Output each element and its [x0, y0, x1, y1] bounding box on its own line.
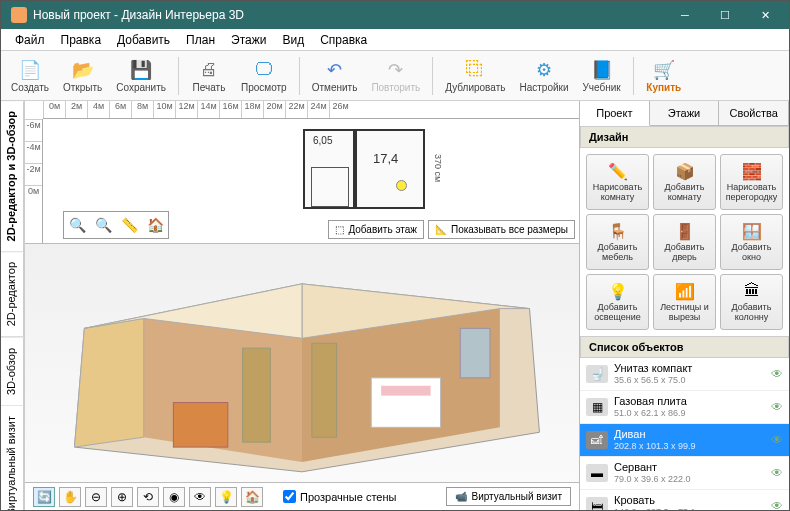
- ruler-tick: 24м: [307, 101, 329, 118]
- menu-plan[interactable]: План: [178, 31, 223, 49]
- look-around-button[interactable]: 👁: [189, 487, 211, 507]
- ruler-tick: 4м: [87, 101, 109, 118]
- tab-floors[interactable]: Этажи: [650, 101, 720, 125]
- preview-button[interactable]: 🖵Просмотр: [235, 57, 293, 95]
- buy-button[interactable]: 🛒Купить: [640, 57, 688, 95]
- redo-button[interactable]: ↷Повторить: [365, 57, 426, 95]
- tutorial-button[interactable]: 📘Учебник: [577, 57, 627, 95]
- view-3d[interactable]: [25, 244, 579, 482]
- open-button[interactable]: 📂Открыть: [57, 57, 108, 95]
- reset-view-button[interactable]: ⟲: [137, 487, 159, 507]
- add-furniture-button[interactable]: 🪑Добавить мебель: [586, 214, 649, 270]
- settings-button[interactable]: ⚙Настройки: [513, 57, 574, 95]
- room-1[interactable]: 6,05: [303, 129, 355, 209]
- ruler-tick: 26м: [329, 101, 351, 118]
- home-view-3d[interactable]: 🏠: [241, 487, 263, 507]
- visibility-toggle-icon[interactable]: 👁: [771, 433, 783, 447]
- measure-tool[interactable]: 📏: [118, 214, 140, 236]
- draw-wall-button[interactable]: 🧱Нарисовать перегородку: [720, 154, 783, 210]
- object-list-item[interactable]: ▬ Сервант79.0 x 39.6 x 222.0 👁: [580, 457, 789, 490]
- door-icon: 🚪: [675, 221, 695, 241]
- virtual-visit-button[interactable]: 📹Виртуальный визит: [446, 487, 571, 506]
- minimize-button[interactable]: ─: [665, 1, 705, 29]
- toolbar-3d: 🔄 ✋ ⊖ ⊕ ⟲ ◉ 👁 💡 🏠 Прозрачные стены 📹Вирт…: [25, 482, 579, 510]
- menu-file[interactable]: Файл: [7, 31, 53, 49]
- visibility-toggle-icon[interactable]: 👁: [771, 499, 783, 510]
- rotate-360-button[interactable]: 🔄: [33, 487, 55, 507]
- tab-virtual-visit[interactable]: Виртуальный визит: [1, 406, 24, 511]
- add-column-button[interactable]: 🏛Добавить колонну: [720, 274, 783, 330]
- pan-button[interactable]: ✋: [59, 487, 81, 507]
- tab-2d-3d-combo[interactable]: 2D-редактор и 3D-обзор: [1, 101, 24, 252]
- tab-properties[interactable]: Свойства: [719, 101, 789, 125]
- ruler-horizontal: 0м2м4м6м8м10м12м14м16м18м20м22м24м26м: [43, 101, 579, 119]
- menu-add[interactable]: Добавить: [109, 31, 178, 49]
- menu-floors[interactable]: Этажи: [223, 31, 274, 49]
- add-floor-button[interactable]: ⬚Добавить этаж: [328, 220, 424, 239]
- draw-room-button[interactable]: ✏️Нарисовать комнату: [586, 154, 649, 210]
- transparent-walls-checkbox[interactable]: Прозрачные стены: [283, 490, 396, 503]
- undo-icon: ↶: [324, 59, 346, 81]
- room-2[interactable]: 17,4: [355, 129, 425, 209]
- add-lighting-button[interactable]: 💡Добавить освещение: [586, 274, 649, 330]
- object-list-item[interactable]: ▦ Газовая плита51.0 x 62.1 x 86.9 👁: [580, 391, 789, 424]
- save-button[interactable]: 💾Сохранить: [110, 57, 172, 95]
- add-room-button[interactable]: 📦Добавить комнату: [653, 154, 716, 210]
- lighting-button[interactable]: 💡: [215, 487, 237, 507]
- object-name: Кровать: [614, 494, 765, 507]
- view-2d[interactable]: -6м-4м-2м0м 6,05 17,4 370 см 🔍 🔍 📏 🏠: [25, 119, 579, 244]
- gear-icon: ⚙: [533, 59, 555, 81]
- canvas-area: 0м2м4м6м8м10м12м14м16м18м20м22м24м26м -6…: [25, 101, 579, 510]
- object-dimensions: 35.6 x 56.5 x 75.0: [614, 375, 765, 386]
- object-list-item[interactable]: 🚽 Унитаз компакт35.6 x 56.5 x 75.0 👁: [580, 358, 789, 391]
- show-dimensions-button[interactable]: 📐Показывать все размеры: [428, 220, 575, 239]
- svg-rect-7: [381, 386, 430, 396]
- right-tabs: Проект Этажи Свойства: [580, 101, 789, 126]
- selection-marker[interactable]: [396, 180, 407, 191]
- camera-icon: 📹: [455, 491, 467, 502]
- tab-project[interactable]: Проект: [580, 101, 650, 126]
- maximize-button[interactable]: ☐: [705, 1, 745, 29]
- tab-2d-editor[interactable]: 2D-редактор: [1, 252, 24, 337]
- object-list-item[interactable]: 🛋 Диван202.8 x 101.3 x 99.9 👁: [580, 424, 789, 457]
- ruler-tick: 12м: [175, 101, 197, 118]
- object-list[interactable]: 🚽 Унитаз компакт35.6 x 56.5 x 75.0 👁▦ Га…: [580, 358, 789, 510]
- undo-button[interactable]: ↶Отменить: [306, 57, 364, 95]
- menu-edit[interactable]: Правка: [53, 31, 110, 49]
- main-area: 2D-редактор и 3D-обзор 2D-редактор 3D-об…: [1, 101, 789, 510]
- home-view-2d[interactable]: 🏠: [144, 214, 166, 236]
- ruler-tick: 6м: [109, 101, 131, 118]
- monitor-icon: 🖵: [253, 59, 275, 81]
- print-button[interactable]: 🖨Печать: [185, 57, 233, 95]
- add-door-button[interactable]: 🚪Добавить дверь: [653, 214, 716, 270]
- ruler-tick: -6м: [25, 119, 42, 141]
- ruler-tick: 2м: [65, 101, 87, 118]
- zoom-in-3d[interactable]: ⊕: [111, 487, 133, 507]
- floorplan-canvas[interactable]: 6,05 17,4 370 см 🔍 🔍 📏 🏠 ⬚Добавить этаж …: [43, 119, 579, 243]
- duplicate-button[interactable]: ⿻Дублировать: [439, 57, 511, 95]
- redo-icon: ↷: [385, 59, 407, 81]
- ruler-tick: -2м: [25, 163, 42, 185]
- pencil-icon: ✏️: [608, 161, 628, 181]
- visibility-toggle-icon[interactable]: 👁: [771, 466, 783, 480]
- menu-help[interactable]: Справка: [312, 31, 375, 49]
- zoom-out-3d[interactable]: ⊖: [85, 487, 107, 507]
- tab-3d-view[interactable]: 3D-обзор: [1, 338, 24, 406]
- zoom-in-2d[interactable]: 🔍: [92, 214, 114, 236]
- menu-view[interactable]: Вид: [274, 31, 312, 49]
- orbit-button[interactable]: ◉: [163, 487, 185, 507]
- stairs-button[interactable]: 📶Лестницы и вырезы: [653, 274, 716, 330]
- ruler-icon: 📐: [435, 224, 447, 235]
- visibility-toggle-icon[interactable]: 👁: [771, 400, 783, 414]
- visibility-toggle-icon[interactable]: 👁: [771, 367, 783, 381]
- add-window-button[interactable]: 🪟Добавить окно: [720, 214, 783, 270]
- main-toolbar: 📄Создать 📂Открыть 💾Сохранить 🖨Печать 🖵Пр…: [1, 51, 789, 101]
- zoom-out-2d[interactable]: 🔍: [66, 214, 88, 236]
- object-list-item[interactable]: 🛏 Кровать146.2 x 207.3 x 75.1 👁: [580, 490, 789, 510]
- object-name: Диван: [614, 428, 765, 441]
- object-name: Сервант: [614, 461, 765, 474]
- light-icon: 💡: [608, 281, 628, 301]
- create-button[interactable]: 📄Создать: [5, 57, 55, 95]
- close-button[interactable]: ✕: [745, 1, 785, 29]
- design-section-header: Дизайн: [580, 126, 789, 148]
